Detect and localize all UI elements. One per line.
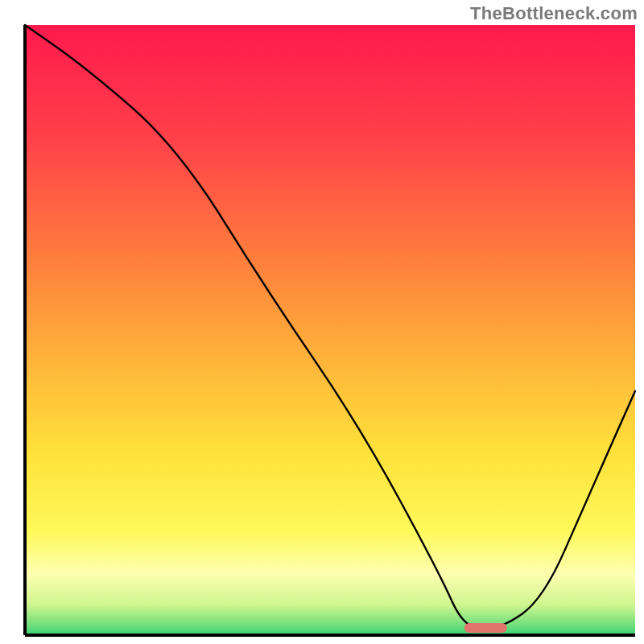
chart-frame: TheBottleneck.com [0, 0, 644, 644]
watermark-text: TheBottleneck.com [470, 3, 638, 24]
bottleneck-chart [0, 0, 644, 644]
chart-background [25, 25, 635, 635]
plot-area [25, 25, 635, 635]
optimal-range-marker [464, 623, 507, 633]
